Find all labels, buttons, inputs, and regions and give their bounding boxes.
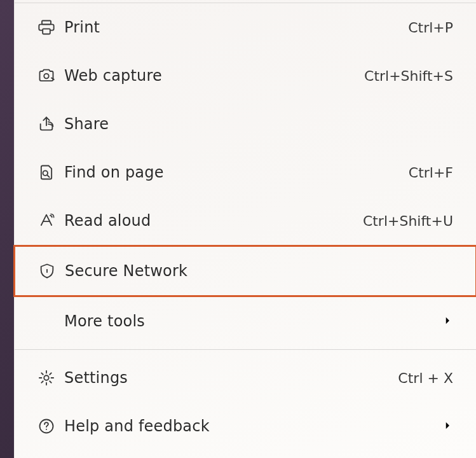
svg-rect-1 [43,29,50,34]
share-icon [37,115,64,133]
help-icon [37,417,64,435]
printer-icon [37,18,64,36]
menu-item-label: Secure Network [65,262,452,280]
svg-point-5 [44,375,48,380]
menu-item-find-on-page[interactable]: Find on page Ctrl+F [15,148,476,197]
menu-item-shortcut: Ctrl+P [408,20,453,36]
gear-icon [37,369,64,387]
menu-item-label: Help and feedback [64,417,442,435]
menu-item-label: Settings [64,369,398,387]
menu-item-label: Print [64,18,408,36]
highlight-secure-network: Secure Network [13,245,476,297]
menu-item-read-aloud[interactable]: Read aloud Ctrl+Shift+U [15,197,476,245]
read-aloud-icon [37,212,64,230]
shield-icon [38,262,65,280]
menu-item-shortcut: Ctrl + X [398,370,453,386]
menu-item-label: More tools [64,312,442,330]
menu-item-label: Web capture [64,67,364,85]
divider [15,349,476,350]
menu-item-share[interactable]: Share [15,100,476,148]
menu-item-shortcut: Ctrl+F [409,165,453,181]
menu-item-settings[interactable]: Settings Ctrl + X [15,354,476,402]
menu-item-label: Read aloud [64,212,363,230]
menu-item-help-and-feedback[interactable]: Help and feedback [15,402,476,450]
menu-item-web-capture[interactable]: Web capture Ctrl+Shift+S [15,52,476,100]
menu-item-label: Share [64,115,453,133]
menu-item-shortcut: Ctrl+Shift+U [363,213,453,229]
camera-icon [37,67,64,85]
menu-item-secure-network[interactable]: Secure Network [15,247,475,295]
chevron-right-icon [442,417,453,435]
browser-overflow-menu: Print Ctrl+P Web capture Ctrl+Shift+S Sh… [14,0,476,458]
svg-point-2 [44,74,48,78]
menu-item-label: Find on page [64,163,409,181]
menu-item-more-tools[interactable]: More tools [15,297,476,345]
svg-point-7 [46,429,47,430]
menu-item-print[interactable]: Print Ctrl+P [15,3,476,52]
menu-item-shortcut: Ctrl+Shift+S [364,68,453,84]
find-on-page-icon [37,163,64,181]
chevron-right-icon [442,312,453,330]
